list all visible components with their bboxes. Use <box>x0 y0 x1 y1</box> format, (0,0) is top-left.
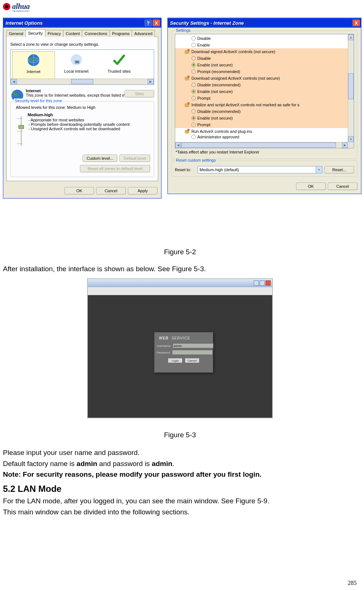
settings-legend: Settings <box>175 28 192 32</box>
option-label: Disable <box>197 56 211 61</box>
scroll-left-icon[interactable]: ◀ <box>11 79 17 84</box>
svg-point-11 <box>187 102 190 104</box>
category-label: Download unsigned ActiveX controls (not … <box>191 76 280 80</box>
browser-title <box>89 281 90 285</box>
logo-subtext: TECHNOLOGY <box>3 10 30 12</box>
help-button[interactable]: ? <box>145 20 152 26</box>
setting-option[interactable]: Enable (not secure) <box>175 88 354 95</box>
category-label: Run ActiveX controls and plug-ins <box>191 129 252 134</box>
setting-option[interactable]: Prompt <box>175 121 354 128</box>
username-label: Username: <box>157 344 171 348</box>
tab-general[interactable]: General <box>6 30 26 37</box>
setting-category: Initialize and script ActiveX controls n… <box>175 101 354 108</box>
setting-option[interactable]: Enable (not secure) <box>175 115 354 121</box>
tab-programs[interactable]: Programs <box>110 30 132 37</box>
scroll-up-icon[interactable]: ▲ <box>348 34 354 40</box>
group-legend: Security level for this zone <box>14 99 63 103</box>
tab-content[interactable]: Content <box>63 30 83 37</box>
reset-dropdown[interactable]: Medium-high (default) ▼ <box>198 166 322 173</box>
vertical-scrollbar[interactable]: ▲ ▼ <box>348 34 354 142</box>
option-label: Disable (recommended) <box>197 83 240 87</box>
tab-security[interactable]: Security <box>25 29 45 37</box>
window-title: Security Settings - Internet Zone <box>170 20 353 26</box>
radio-icon[interactable] <box>191 89 196 94</box>
zone-scrollbar[interactable]: ◀ ▶ <box>11 79 154 84</box>
radio-icon[interactable] <box>191 96 196 100</box>
radio-icon[interactable] <box>191 116 196 120</box>
chevron-down-icon[interactable]: ▼ <box>316 166 322 173</box>
svg-point-9 <box>187 76 190 78</box>
setting-option[interactable]: Prompt (recommended) <box>175 68 354 75</box>
titlebar: Security Settings - Internet Zone X <box>168 18 361 28</box>
ok-button[interactable]: OK <box>296 183 326 190</box>
browser-titlebar <box>88 279 272 287</box>
radio-icon[interactable] <box>191 69 196 74</box>
window-title: Internet Options <box>6 20 145 26</box>
horizontal-scrollbar[interactable]: ◀ ▶ <box>175 142 348 148</box>
option-label: Disable <box>197 36 211 41</box>
scroll-thumb[interactable] <box>71 79 93 84</box>
level-point: - Prompts before downloading potentially… <box>28 122 150 127</box>
custom-level-button[interactable]: Custom level... <box>83 155 118 162</box>
scroll-down-icon[interactable]: ▼ <box>348 136 354 142</box>
reset-group: Reset custom settings Reset to: Medium-h… <box>171 161 357 177</box>
zone-instruction: Select a zone to view or change security… <box>10 42 154 46</box>
tab-privacy[interactable]: Privacy <box>45 30 63 37</box>
setting-category: Run ActiveX controls and plug-ins <box>175 128 354 135</box>
radio-icon[interactable] <box>191 109 196 114</box>
setting-option[interactable]: Enable <box>175 42 354 48</box>
close-icon[interactable] <box>266 280 271 286</box>
reset-button[interactable]: Reset... <box>325 166 354 173</box>
password-input[interactable] <box>172 350 213 355</box>
radio-icon[interactable] <box>191 123 196 127</box>
radio-icon[interactable] <box>191 83 196 87</box>
setting-option[interactable]: Disable (recommended) <box>175 108 354 115</box>
cancel-button[interactable]: Cancel <box>185 358 200 363</box>
radio-icon[interactable] <box>191 63 196 67</box>
radio-icon[interactable] <box>191 43 196 47</box>
option-label: Administrator approved <box>197 135 239 139</box>
sites-button: Sites <box>125 90 154 97</box>
maximize-icon[interactable] <box>260 280 265 286</box>
ok-button[interactable]: OK <box>65 187 94 194</box>
slider-thumb-icon[interactable] <box>18 125 24 129</box>
default-level-button: Default level <box>119 155 150 162</box>
scroll-thumb[interactable] <box>348 73 354 99</box>
brand-logo: alhua TECHNOLOGY <box>3 2 30 12</box>
login-button[interactable]: Login <box>168 358 183 363</box>
scroll-left-icon[interactable]: ◀ <box>175 142 181 148</box>
svg-point-13 <box>187 129 190 131</box>
cancel-button[interactable]: Cancel <box>96 187 126 194</box>
security-slider[interactable] <box>14 113 28 149</box>
minimize-icon[interactable] <box>254 280 259 286</box>
cancel-button[interactable]: Cancel <box>328 183 357 190</box>
restart-note: *Takes effect after you restart Internet… <box>176 150 354 154</box>
apply-button[interactable]: Apply <box>128 187 157 194</box>
tab-connections[interactable]: Connections <box>82 30 110 37</box>
setting-option[interactable]: Enable (not secure) <box>175 62 354 68</box>
webservice-screenshot: WEB SERVICE Username: Password: Login Ca… <box>87 278 273 418</box>
reset-to-label: Reset to: <box>175 168 195 172</box>
setting-option[interactable]: Disable <box>175 35 354 42</box>
tab-advanced[interactable]: Advanced <box>132 30 155 37</box>
scroll-right-icon[interactable]: ▶ <box>148 79 154 84</box>
radio-icon[interactable] <box>191 56 196 61</box>
radio-icon[interactable] <box>191 135 196 139</box>
setting-option[interactable]: Disable <box>175 55 354 62</box>
setting-option[interactable]: Prompt <box>175 95 354 101</box>
close-button[interactable]: X <box>153 20 160 26</box>
setting-option[interactable]: Disable (recommended) <box>175 82 354 88</box>
logo-text: alhua <box>12 2 30 11</box>
scroll-right-icon[interactable]: ▶ <box>342 142 348 148</box>
titlebar: Internet Options ? X <box>3 18 161 28</box>
zone-internet[interactable]: Internet <box>12 51 55 82</box>
close-button[interactable]: X <box>353 20 360 26</box>
scroll-thumb[interactable] <box>181 142 336 148</box>
settings-group: Settings DisableEnableDownload signed Ac… <box>171 31 357 159</box>
security-settings-window: Security Settings - Internet Zone X Sett… <box>167 18 361 194</box>
setting-option[interactable]: Administrator approved <box>175 135 354 139</box>
username-input[interactable] <box>173 343 214 348</box>
figure-caption: Figure 5-2 <box>3 247 357 257</box>
checkmark-icon <box>112 53 126 67</box>
radio-icon[interactable] <box>191 36 196 41</box>
